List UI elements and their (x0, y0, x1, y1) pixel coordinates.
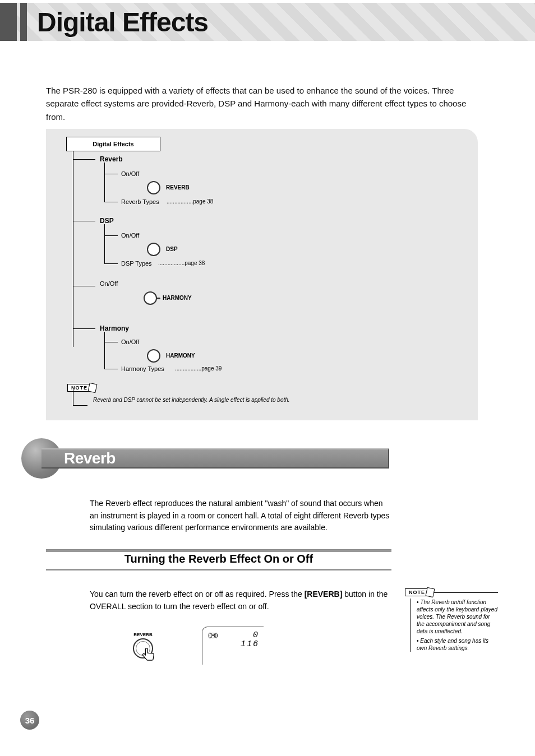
title-banner: Digital Effects (0, 3, 535, 41)
banner-bar-dark (0, 3, 17, 41)
side-note-line: • The Reverb on/off function affects onl… (417, 599, 498, 635)
tree-line (73, 286, 95, 286)
diagram-types-dsp: DSP Types (121, 260, 152, 267)
diagram-node-reverb: Reverb (100, 155, 123, 163)
subheading: Turning the Reverb Effect On or Off (46, 549, 391, 571)
tree-line (104, 202, 118, 202)
reverb-icon: (((•))) (208, 632, 217, 638)
diagram-node-dsp: DSP (100, 217, 114, 225)
reverb-button-illustration: REVERB (118, 632, 168, 658)
tree-line (104, 263, 118, 264)
knob-icon (147, 181, 160, 194)
illustration-row: REVERB (((•))) 0 116 (118, 627, 286, 672)
hand-pointer-icon (140, 647, 157, 664)
diagram-switch-harmony: HARMONY (145, 349, 195, 363)
diagram-pgref-reverb: .................page 38 (167, 198, 213, 205)
diagram-pgref-harmony: .................page 39 (175, 365, 222, 372)
section-description: The Reverb effect reproduces the natural… (90, 498, 390, 534)
diagram-onoff: On/Off (121, 170, 139, 177)
diagram-switch-reverb: REVERB (145, 181, 190, 194)
diagram-onoff: On/Off (100, 280, 118, 287)
diagram-onoff: On/Off (121, 232, 139, 239)
diagram-types-harmony: Harmony Types (121, 365, 164, 372)
knob-icon (147, 243, 160, 256)
tree-line (104, 163, 105, 202)
page-number: 36 (20, 711, 39, 730)
tree-line (73, 328, 95, 329)
tree-line (73, 405, 87, 406)
section-header-reverb: Reverb (20, 442, 379, 473)
subsection-description: You can turn the reverb effect on or off… (90, 588, 390, 613)
diagram-panel: Digital Effects Reverb On/Off REVERB Rev… (46, 129, 478, 420)
tree-line (104, 332, 105, 369)
lcd-readout: (((•))) 0 116 (202, 627, 264, 665)
tree-line (104, 342, 118, 342)
note-tag: NOTE (67, 382, 91, 392)
tree-line (73, 389, 73, 405)
subheading-text: Turning the Reverb Effect On or Off (46, 553, 391, 565)
tree-line (104, 224, 105, 263)
page-title: Digital Effects (37, 7, 208, 38)
side-note: NOTE • The Reverb on/off function affect… (400, 588, 498, 652)
diagram-types-reverb: Reverb Types (121, 198, 159, 205)
knob-icon (147, 349, 160, 363)
side-note-line: • Each style and song has its own Reverb… (417, 637, 498, 652)
rule (433, 592, 498, 593)
diagram-note: Reverb and DSP cannot be set independent… (93, 396, 385, 404)
diagram-switch-harmony: HARMONY (141, 291, 192, 305)
intro-paragraph: The PSR-280 is equipped with a variety o… (46, 84, 478, 123)
tree-line (73, 221, 95, 221)
knob-icon (144, 291, 157, 305)
banner-bar-small (20, 3, 27, 41)
diagram-root: Digital Effects (66, 137, 160, 151)
rule (46, 569, 391, 571)
tree-line (104, 174, 118, 174)
tree-line (104, 235, 118, 236)
tree-line (73, 151, 73, 347)
rule (46, 549, 391, 552)
section-title: Reverb (64, 449, 116, 467)
section-bar: Reverb (41, 448, 389, 469)
diagram-onoff: On/Off (121, 338, 139, 345)
tree-line (104, 369, 118, 369)
tree-line (73, 159, 95, 160)
note-tag: NOTE (405, 588, 429, 596)
diagram-pgref-dsp: .................page 38 (158, 260, 205, 267)
diagram-switch-dsp: DSP (145, 243, 178, 256)
diagram-node-harmony: Harmony (100, 324, 129, 332)
